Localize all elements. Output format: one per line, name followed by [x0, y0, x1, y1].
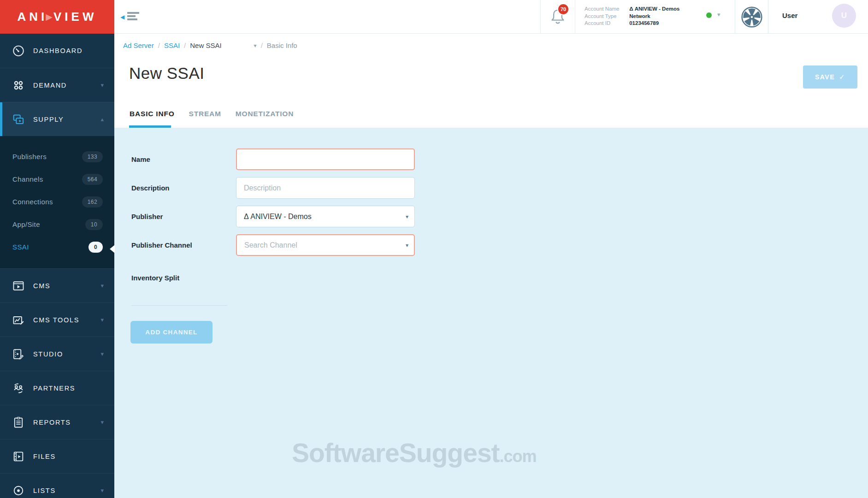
partners-people-icon [12, 381, 25, 395]
publisher-channel-select[interactable]: Search Channel [236, 234, 415, 256]
user-name-label: User [782, 12, 797, 19]
count-badge: 564 [82, 174, 103, 185]
chevron-down-icon: ▾ [100, 82, 104, 89]
sidebar-item-partners[interactable]: PARTNERS [0, 371, 114, 405]
page-title: New SSAI [129, 64, 205, 83]
description-label: Description [131, 184, 236, 192]
top-bar: ANI ▶ VIEW ◀ 70 Account Name Δ ANIVIEW -… [0, 0, 868, 34]
publisher-row: Publisher Δ ANIVIEW - Demos ▾ [131, 206, 868, 227]
sidebar-item-app-site[interactable]: App/Site 10 [0, 213, 114, 236]
watermark: SoftwareSuggest.com [292, 438, 537, 468]
save-button[interactable]: SAVE ✓ [803, 65, 857, 89]
sidebar-item-publishers[interactable]: Publishers 133 [0, 145, 114, 168]
aniview-logo[interactable]: ANI ▶ VIEW [0, 0, 114, 34]
chevron-up-icon: ▴ [100, 116, 104, 123]
breadcrumb-ssai[interactable]: SSAI [164, 42, 180, 49]
account-switcher-chevron-icon[interactable]: ▾ [717, 11, 720, 18]
check-icon: ✓ [839, 73, 845, 81]
chevron-down-icon: ▾ [100, 282, 104, 289]
name-input[interactable] [236, 148, 415, 170]
tab-bar: BASIC INFO STREAM MONETIZATION [130, 110, 294, 118]
sidebar-item-dashboard[interactable]: DASHBOARD [0, 34, 114, 68]
publisher-label: Publisher [131, 213, 236, 220]
sidebar-item-files[interactable]: FILES [0, 439, 114, 473]
sidebar-item-cms[interactable]: CMS ▾ [0, 268, 114, 302]
account-type-label: Account Type [585, 13, 628, 20]
section-divider [131, 305, 227, 306]
logo-text-ani: ANI [18, 10, 48, 24]
account-type-value: Network [629, 13, 650, 19]
cms-player-icon [12, 279, 25, 293]
breadcrumb: Ad Server / SSAI / New SSAI ▾ / Basic In… [123, 42, 297, 49]
demand-grid-icon [12, 78, 25, 92]
tab-stream[interactable]: STREAM [189, 110, 221, 118]
tab-basic-info[interactable]: BASIC INFO [130, 110, 175, 118]
chevron-down-icon: ▾ [100, 350, 104, 357]
chevron-down-icon: ▾ [406, 242, 408, 249]
breadcrumb-entity-chevron-icon[interactable]: ▾ [254, 42, 257, 49]
count-badge: 10 [85, 219, 103, 230]
account-id-value: 0123456789 [629, 20, 659, 26]
publisher-channel-placeholder: Search Channel [244, 241, 297, 249]
active-tab-underline [129, 125, 171, 128]
main-content: Ad Server / SSAI / New SSAI ▾ / Basic In… [114, 34, 868, 498]
description-row: Description [131, 177, 868, 199]
active-page-pointer [110, 245, 115, 253]
user-avatar[interactable]: U [832, 4, 856, 28]
sidebar-item-ssai[interactable]: SSAI 0 [0, 236, 114, 258]
sidebar-item-connections[interactable]: Connections 162 [0, 190, 114, 213]
name-row: Name [131, 148, 868, 170]
breadcrumb-basic-info: Basic Info [267, 42, 297, 49]
sidebar-item-lists[interactable]: LISTS ▾ [0, 473, 114, 498]
avatar-initial: U [841, 11, 847, 20]
basic-info-panel: Name Description Publisher Δ ANIVIEW - D… [114, 128, 868, 498]
count-badge: 0 [89, 242, 103, 253]
supply-screens-icon [12, 113, 25, 126]
studio-film-icon [12, 347, 25, 361]
menu-icon [127, 12, 139, 14]
notification-count-badge: 70 [557, 3, 569, 15]
logo-text-view: VIEW [53, 10, 97, 24]
account-id-label: Account ID [585, 20, 628, 27]
dashboard-gauge-icon [12, 44, 25, 58]
description-input[interactable] [236, 177, 415, 199]
chevron-down-icon: ▾ [100, 419, 104, 426]
count-badge: 162 [82, 196, 103, 208]
sidebar-item-reports[interactable]: REPORTS ▾ [0, 405, 114, 439]
notifications-button[interactable]: 70 [540, 0, 575, 34]
sidebar-nav: DASHBOARD DEMAND ▾ SUPPLY ▴ Publishers 1… [0, 34, 114, 498]
logo-play-icon: ▶ [46, 12, 53, 22]
account-info: Account Name Δ ANIVIEW - Demos Account T… [585, 6, 679, 27]
add-channel-button[interactable]: ADD CHANNEL [130, 321, 213, 344]
chevron-down-icon: ▾ [406, 213, 408, 220]
reports-clipboard-icon [12, 415, 25, 429]
files-film-icon [12, 450, 25, 463]
chevron-down-icon: ▾ [100, 487, 104, 494]
name-label: Name [131, 155, 236, 163]
lists-target-icon [12, 484, 25, 498]
publisher-channel-label: Publisher Channel [131, 241, 236, 249]
supply-submenu: Publishers 133 Channels 564 Connections … [0, 136, 114, 268]
breadcrumb-new-ssai: New SSAI [190, 42, 221, 49]
publisher-select[interactable]: Δ ANIVIEW - Demos [236, 206, 415, 227]
film-reel-icon [740, 6, 763, 29]
reel-menu-button[interactable] [735, 0, 768, 34]
account-name-value: Δ ANIVIEW - Demos [629, 6, 679, 12]
sidebar-item-studio[interactable]: STUDIO ▾ [0, 337, 114, 371]
chevron-down-icon: ▾ [100, 316, 104, 323]
inventory-split-label: Inventory Split [131, 274, 868, 282]
active-indicator-bar [0, 102, 2, 136]
publisher-channel-row: Publisher Channel Search Channel ▾ [131, 234, 868, 256]
breadcrumb-ad-server[interactable]: Ad Server [123, 42, 154, 49]
collapse-arrow-icon: ◀ [120, 14, 124, 20]
sidebar-item-supply[interactable]: SUPPLY ▴ [0, 102, 114, 136]
account-name-label: Account Name [585, 6, 628, 13]
sidebar-item-demand[interactable]: DEMAND ▾ [0, 68, 114, 102]
tab-monetization[interactable]: MONETIZATION [236, 110, 294, 118]
sidebar-item-channels[interactable]: Channels 564 [0, 168, 114, 190]
sidebar-item-cms-tools[interactable]: CMS TOOLS ▾ [0, 302, 114, 337]
count-badge: 133 [82, 151, 103, 162]
sidebar-collapse-button[interactable]: ◀ [127, 12, 146, 22]
account-status-dot [706, 12, 712, 18]
cms-tools-chart-icon [12, 313, 25, 327]
